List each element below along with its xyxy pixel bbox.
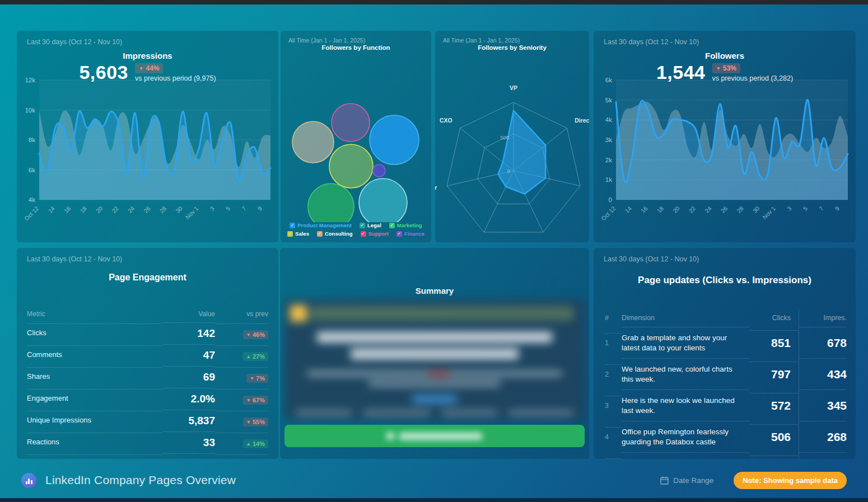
svg-text:20: 20 xyxy=(671,205,681,214)
bubble-sales[interactable] xyxy=(329,144,373,188)
engagement-col-value: Value xyxy=(162,307,215,322)
followers-by-seniority-radar-chart[interactable]: VPDirectorSPartnerOwnerrCXO5000 xyxy=(435,57,589,242)
panel-summary: Summary xyxy=(280,248,589,459)
legend-label: Finance xyxy=(404,231,424,237)
updates-row-number: 1 xyxy=(605,333,622,353)
updates-row-clicks: 572 xyxy=(749,393,799,418)
updates-row-clicks: 851 xyxy=(749,330,799,355)
svg-text:5k: 5k xyxy=(605,97,612,104)
engagement-row-value: 142 xyxy=(162,322,215,344)
svg-text:Nov 1: Nov 1 xyxy=(761,205,777,220)
panel-followers-by-seniority: All Time (Jan 1 - Jan 1, 2025) Followers… xyxy=(435,31,589,242)
svg-text:3k: 3k xyxy=(605,137,612,143)
impressions-date-label: Last 30 days (Oct 12 - Nov 10) xyxy=(27,38,122,46)
bubble-product-management[interactable] xyxy=(370,115,419,165)
bubble-marketing[interactable] xyxy=(308,184,354,222)
svg-text:6k: 6k xyxy=(605,77,612,83)
svg-text:6k: 6k xyxy=(29,167,35,173)
svg-text:8k: 8k xyxy=(29,137,35,143)
svg-text:24: 24 xyxy=(703,205,713,214)
updates-row-number: 3 xyxy=(605,396,622,415)
svg-text:9: 9 xyxy=(834,205,841,212)
updates-title: Page updates (Clicks vs. Impressions) xyxy=(594,275,856,286)
updates-row-dimension: Office pup Remington fearlessly guarding… xyxy=(622,421,749,452)
updates-row-dimension: Here is the new look we launched last we… xyxy=(622,390,749,421)
seniority-title: Followers by Seniority xyxy=(435,44,589,51)
followers-line-chart[interactable]: 6k5k4k3k2k1k0Oct 12141618202224262830Nov… xyxy=(594,72,856,242)
legend-item-legal[interactable]: ✓Legal xyxy=(360,222,381,228)
seniority-date-label: All Time (Jan 1 - Jan 1, 2025) xyxy=(443,37,520,44)
followers-by-function-bubble-chart[interactable] xyxy=(281,60,431,224)
svg-text:20: 20 xyxy=(95,205,104,214)
engagement-row-delta: ▼67% xyxy=(215,389,268,409)
legend-checkbox-icon: ✓ xyxy=(396,231,402,237)
svg-text:5: 5 xyxy=(801,205,809,212)
databoard-logo-icon[interactable] xyxy=(21,473,36,488)
updates-row-clicks: 263 xyxy=(749,456,799,459)
svg-text:0: 0 xyxy=(507,168,510,174)
svg-text:5: 5 xyxy=(225,205,232,212)
engagement-row-delta: ▼55% xyxy=(215,411,268,431)
panel-followers-by-function: All Time (Jan 1 - Jan 1, 2025) Followers… xyxy=(281,31,431,242)
summary-title: Summary xyxy=(280,286,589,295)
svg-text:30: 30 xyxy=(174,205,184,214)
updates-row-impressions: 678 xyxy=(799,327,847,358)
bubble-finance[interactable] xyxy=(373,165,385,177)
bubble-chart-legend: ✓Product Management✓Legal✓Marketing✓Sale… xyxy=(281,222,431,237)
engagement-row-value: 69 xyxy=(162,366,215,388)
updates-row-clicks: 797 xyxy=(749,362,799,387)
svg-text:Nov 1: Nov 1 xyxy=(184,205,199,220)
svg-text:14: 14 xyxy=(623,205,633,214)
impressions-line-chart[interactable]: 12k10k8k6k4kOct 12141618202224262830Nov … xyxy=(17,72,278,242)
updates-row-dimension: We launched new, colorful charts this we… xyxy=(622,358,749,390)
bubble-support[interactable] xyxy=(332,104,370,142)
triangle-down-icon: ▼ xyxy=(716,65,721,71)
legend-item-finance[interactable]: ✓Finance xyxy=(396,231,424,237)
legend-item-support[interactable]: ✓Support xyxy=(361,231,389,237)
date-range-control[interactable]: Date Range xyxy=(660,476,713,485)
date-range-label: Date Range xyxy=(673,476,713,485)
bubble-legal[interactable] xyxy=(359,179,407,222)
svg-text:16: 16 xyxy=(640,205,649,214)
summary-action-button[interactable] xyxy=(284,425,585,447)
updates-col-impres: Impres. xyxy=(799,311,847,327)
svg-text:Oct 12: Oct 12 xyxy=(600,205,617,222)
function-title: Followers by Function xyxy=(281,44,431,51)
engagement-row-delta: ▲14% xyxy=(215,433,268,453)
updates-row-number: 5 xyxy=(605,458,622,459)
svg-text:26: 26 xyxy=(720,205,729,214)
legend-item-marketing[interactable]: ✓Marketing xyxy=(389,222,422,228)
engagement-row-delta: ▼46% xyxy=(215,323,268,344)
engagement-row-value: 5,837 xyxy=(162,410,215,431)
bubble-consulting[interactable] xyxy=(292,121,334,163)
followers-delta-badge: ▼53% xyxy=(712,63,740,73)
summary-blurred-card xyxy=(284,299,585,420)
engagement-row-value: 2.0% xyxy=(162,388,215,410)
svg-text:Oct 12: Oct 12 xyxy=(23,205,40,222)
svg-text:1k: 1k xyxy=(605,176,612,183)
svg-text:3: 3 xyxy=(208,205,216,212)
engagement-row-delta: ▲25% xyxy=(215,454,268,459)
updates-row-impressions: 345 xyxy=(799,390,847,421)
svg-text:22: 22 xyxy=(110,205,120,214)
legend-checkbox-icon: ✓ xyxy=(389,223,395,228)
svg-text:9: 9 xyxy=(256,205,264,212)
legend-item-sales[interactable]: ✓Sales xyxy=(287,231,309,237)
followers-date-label: Last 30 days (Oct 12 - Nov 10) xyxy=(604,38,699,46)
dashboard-title: LinkedIn Company Pages Overview xyxy=(45,473,236,487)
legend-label: Marketing xyxy=(397,222,422,228)
svg-text:r: r xyxy=(435,184,437,191)
engagement-row-metric: Unique Impressions xyxy=(27,411,162,431)
engagement-col-metric: Metric xyxy=(27,307,162,322)
sample-data-note-button[interactable]: Note: Showing sample data xyxy=(734,472,847,489)
legend-item-consulting[interactable]: ✓Consulting xyxy=(317,231,353,237)
svg-text:30: 30 xyxy=(752,205,761,214)
button-label-blur xyxy=(399,433,483,440)
engagement-row-metric: Reactions xyxy=(27,433,162,453)
svg-text:500: 500 xyxy=(500,134,509,140)
panel-impressions: Last 30 days (Oct 12 - Nov 10) Impressio… xyxy=(17,31,278,242)
svg-text:VP: VP xyxy=(510,85,517,91)
svg-text:Director: Director xyxy=(575,117,589,124)
legend-item-product-management[interactable]: ✓Product Management xyxy=(290,222,352,228)
updates-row-impressions: 193 xyxy=(799,452,847,459)
